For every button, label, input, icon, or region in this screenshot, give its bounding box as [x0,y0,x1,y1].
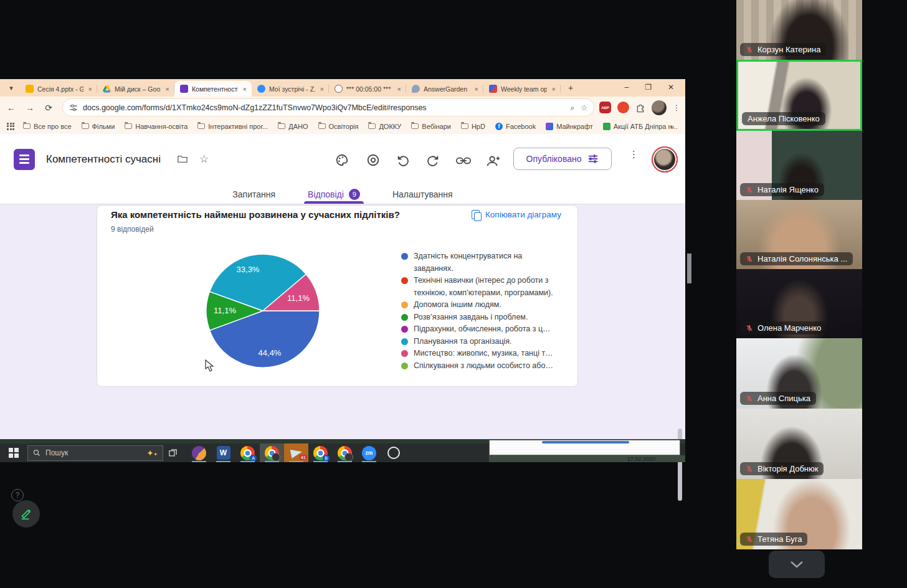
profile-avatar[interactable] [652,100,667,115]
browser-menu-icon[interactable]: ⋮ [673,107,679,109]
bookmark-item[interactable]: Освіторія [318,123,359,130]
bookmark-item[interactable]: ДОККУ [368,123,401,130]
participant-tile[interactable]: Вікторія Добнюк [736,409,862,479]
taskbar-search-input[interactable]: Пошук ✦✦ [27,445,163,461]
zoom-favicon [257,85,265,93]
new-tab-button[interactable]: + [564,82,577,94]
legend-label: Допомога іншим людям. [414,299,501,311]
bookmark-item[interactable]: Навчання-освіта [125,123,188,130]
annotate-pencil-button[interactable] [12,500,40,528]
copy-chart-button[interactable]: Копіювати діаграму [472,210,561,219]
extensions-puzzle-icon[interactable] [635,103,645,113]
bookmark-item[interactable]: НрD [461,123,485,130]
participant-tile[interactable]: Наталія Солонянська ... [736,200,862,269]
tab-close-icon[interactable]: × [164,85,171,93]
participant-tile[interactable]: Олена Марченко [736,269,862,338]
bookmark-item[interactable]: Фільми [82,123,115,130]
tab-close-icon[interactable]: × [473,85,480,93]
participant-name-label: Олена Марченко [740,321,827,334]
browser-tab[interactable]: Сесія 4.pptx - G... × [20,81,97,97]
tab-close-icon[interactable]: × [551,85,557,93]
tab-questions[interactable]: Запитання [231,185,277,204]
participant-tile-active-speaker[interactable]: Анжела Пісковенко [736,60,862,131]
browser-tab[interactable]: Weekly team op... × [483,81,561,97]
participant-tile[interactable]: Наталія Ященко [736,131,862,200]
page-zoom-icon[interactable]: ⌕ [571,103,575,112]
participant-name: Олена Марченко [757,323,821,333]
browser-tab[interactable]: Мій диск – Goo... × [97,81,174,97]
folder-icon [411,123,419,129]
undo-icon[interactable] [396,154,410,168]
facebook-icon: f [495,123,503,130]
bookmark-item[interactable]: Майнкрафт [546,123,593,130]
bookmark-item[interactable]: ДАНО [278,123,308,130]
start-button[interactable] [0,443,27,462]
bookmark-item[interactable]: Вебінари [411,123,451,130]
taskbar-app-antivirus[interactable] [187,443,211,462]
maximize-button[interactable]: ❐ [645,83,652,92]
bookmarks-overflow-chevron[interactable]: » [670,123,674,130]
timer-favicon [335,85,343,93]
tab-close-icon[interactable]: × [396,85,402,93]
bookmark-label: Майнкрафт [556,123,593,130]
collapse-participants-button[interactable] [769,551,825,578]
help-button[interactable]: ? [11,489,24,501]
google-forms-logo[interactable] [14,149,35,170]
bookmark-item[interactable]: Інтерактивні прог... [197,123,268,130]
site-info-icon[interactable] [69,103,78,112]
participant-tile[interactable]: Анна Спицька [736,338,862,409]
theme-palette-icon[interactable] [335,153,349,167]
copy-link-icon[interactable] [456,155,471,166]
taskbar-app-word[interactable]: W [211,443,235,462]
task-view-button[interactable] [163,443,182,462]
move-folder-icon[interactable] [178,154,188,163]
preview-eye-icon[interactable] [366,153,380,167]
taskbar-app-chrome-profile-b[interactable]: B [308,443,333,462]
redo-icon[interactable] [426,154,440,168]
taskbar-app-ring[interactable] [381,443,406,462]
tab-close-icon[interactable]: × [87,85,93,93]
bookmark-item-facebook[interactable]: fFacebook [495,123,536,130]
browser-scrollbar-thumb[interactable] [687,254,691,283]
forms-more-menu-icon[interactable]: ⋮ [629,153,635,156]
taskbar-app-chrome-active[interactable] [260,443,284,462]
tab-search-chevron-icon[interactable]: ▾ [5,82,17,94]
tab-label: Мій диск – Goo... [115,85,161,93]
blocker-extension-icon[interactable] [617,102,629,113]
minimize-button[interactable]: – [624,83,629,92]
taskbar-app-telegram[interactable]: 41 [284,443,308,462]
participant-tile[interactable]: Тетяна Буга [736,479,862,549]
running-indicator [192,461,206,463]
add-collaborators-icon[interactable] [486,154,501,168]
browser-tab[interactable]: AnswerGarden ... × [406,81,483,97]
tab-settings[interactable]: Налаштування [391,185,454,204]
taskbar-app-chrome-profile-a[interactable]: A [235,443,260,462]
pie-chart: 44,4% 11,1% 33,3% 11,1% [201,249,325,373]
apps-grid-icon[interactable] [7,123,14,130]
published-button[interactable]: Опубліковано [513,148,612,170]
reload-button[interactable]: ⟳ [41,100,56,115]
bookmark-item[interactable]: Все про все [23,123,72,130]
bookmark-item[interactable]: Акції АТБ Дніпра н... [603,123,678,130]
close-window-button[interactable]: ✕ [668,83,674,92]
back-button[interactable]: ← [4,100,19,115]
bookmark-star-icon[interactable]: ☆ [581,103,587,112]
adblock-extension-icon[interactable]: ABP [599,102,611,113]
participant-tile[interactable]: Корзун Катерина [736,0,862,60]
taskbar-app-chrome[interactable] [333,443,357,462]
address-bar[interactable]: docs.google.com/forms/d/1XTmko24cs9moN-d… [62,98,594,116]
tab-close-icon[interactable]: × [242,85,248,93]
browser-tab[interactable]: Мої зустрічі - Z... × [252,81,329,97]
browser-tab[interactable]: *** 00:05:00 *** × [329,81,406,97]
forward-button[interactable]: → [22,100,37,115]
taskbar-app-zoom[interactable]: zm [357,443,381,462]
star-form-icon[interactable]: ☆ [199,153,209,166]
browser-toolbar: ← → ⟳ docs.google.com/forms/d/1XTmko24cs… [0,97,685,118]
account-avatar[interactable] [653,148,677,171]
tab-responses[interactable]: Відповіді 9 [306,185,361,204]
tab-label: Відповіді [308,189,344,199]
url-text[interactable]: docs.google.com/forms/d/1XTmko24cs9moN-d… [83,103,571,112]
tab-close-icon[interactable]: × [319,85,325,93]
form-title[interactable]: Компетентності сучасні [46,153,161,166]
browser-tab-active[interactable]: Компетентності × [174,81,252,97]
